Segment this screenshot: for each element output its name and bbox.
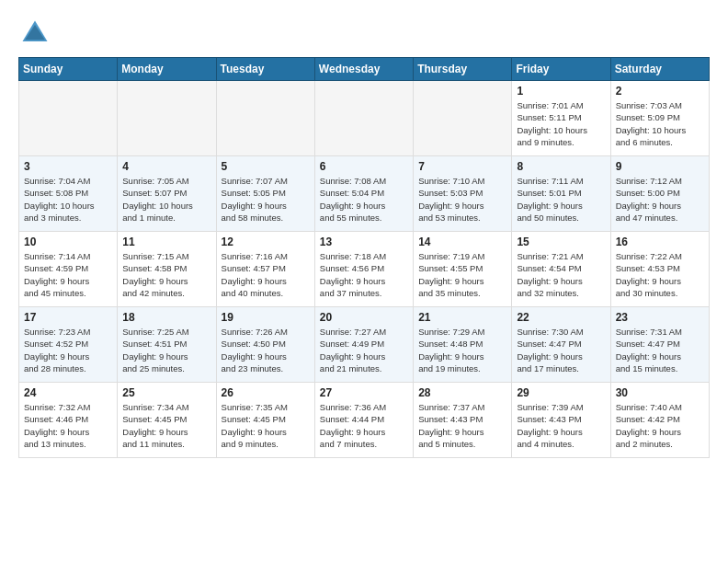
day-number: 12 — [222, 236, 310, 248]
logo-icon — [18, 17, 51, 50]
day-info: Sunrise: 7:25 AM Sunset: 4:51 PM Dayligh… — [122, 326, 210, 374]
calendar: SundayMondayTuesdayWednesdayThursdayFrid… — [18, 57, 710, 458]
day-info: Sunrise: 7:23 AM Sunset: 4:52 PM Dayligh… — [24, 326, 112, 374]
day-info: Sunrise: 7:14 AM Sunset: 4:59 PM Dayligh… — [24, 250, 112, 299]
calendar-cell: 1Sunrise: 7:01 AM Sunset: 5:11 PM Daylig… — [512, 81, 610, 156]
day-number: 23 — [616, 311, 704, 324]
calendar-cell: 26Sunrise: 7:35 AM Sunset: 4:45 PM Dayli… — [216, 383, 314, 458]
day-info: Sunrise: 7:37 AM Sunset: 4:43 PM Dayligh… — [418, 401, 506, 450]
page: SundayMondayTuesdayWednesdayThursdayFrid… — [0, 0, 728, 563]
day-info: Sunrise: 7:36 AM Sunset: 4:44 PM Dayligh… — [320, 401, 408, 450]
day-info: Sunrise: 7:39 AM Sunset: 4:43 PM Dayligh… — [517, 401, 605, 450]
day-number: 5 — [222, 160, 310, 173]
day-info: Sunrise: 7:03 AM Sunset: 5:09 PM Dayligh… — [616, 99, 704, 148]
calendar-cell: 30Sunrise: 7:40 AM Sunset: 4:42 PM Dayli… — [610, 383, 709, 458]
calendar-day-header: Wednesday — [314, 58, 413, 81]
calendar-day-header: Friday — [512, 58, 610, 81]
calendar-cell: 13Sunrise: 7:18 AM Sunset: 4:56 PM Dayli… — [314, 232, 413, 307]
calendar-cell: 22Sunrise: 7:30 AM Sunset: 4:47 PM Dayli… — [512, 307, 610, 383]
calendar-cell: 2Sunrise: 7:03 AM Sunset: 5:09 PM Daylig… — [610, 81, 709, 156]
day-info: Sunrise: 7:40 AM Sunset: 4:42 PM Dayligh… — [616, 401, 704, 450]
calendar-week-row: 17Sunrise: 7:23 AM Sunset: 4:52 PM Dayli… — [19, 307, 710, 383]
calendar-cell: 15Sunrise: 7:21 AM Sunset: 4:54 PM Dayli… — [512, 232, 610, 307]
calendar-cell: 21Sunrise: 7:29 AM Sunset: 4:48 PM Dayli… — [414, 307, 512, 383]
day-info: Sunrise: 7:35 AM Sunset: 4:45 PM Dayligh… — [222, 401, 310, 450]
calendar-day-header: Monday — [118, 58, 216, 81]
day-number: 14 — [418, 236, 506, 248]
day-info: Sunrise: 7:15 AM Sunset: 4:58 PM Dayligh… — [122, 250, 210, 299]
calendar-cell: 20Sunrise: 7:27 AM Sunset: 4:49 PM Dayli… — [314, 307, 413, 383]
day-info: Sunrise: 7:32 AM Sunset: 4:46 PM Dayligh… — [24, 401, 112, 450]
day-info: Sunrise: 7:30 AM Sunset: 4:47 PM Dayligh… — [517, 326, 605, 374]
calendar-week-row: 3Sunrise: 7:04 AM Sunset: 5:08 PM Daylig… — [19, 156, 710, 232]
day-info: Sunrise: 7:22 AM Sunset: 4:53 PM Dayligh… — [616, 250, 704, 299]
calendar-week-row: 10Sunrise: 7:14 AM Sunset: 4:59 PM Dayli… — [19, 232, 710, 307]
logo — [18, 17, 57, 50]
calendar-week-row: 24Sunrise: 7:32 AM Sunset: 4:46 PM Dayli… — [19, 383, 710, 458]
calendar-cell: 19Sunrise: 7:26 AM Sunset: 4:50 PM Dayli… — [216, 307, 314, 383]
day-info: Sunrise: 7:07 AM Sunset: 5:05 PM Dayligh… — [222, 175, 310, 224]
calendar-cell: 25Sunrise: 7:34 AM Sunset: 4:45 PM Dayli… — [118, 383, 216, 458]
day-number: 26 — [222, 386, 310, 399]
calendar-cell — [216, 81, 314, 156]
calendar-day-header: Sunday — [19, 58, 118, 81]
day-number: 20 — [320, 311, 408, 324]
calendar-cell: 11Sunrise: 7:15 AM Sunset: 4:58 PM Dayli… — [118, 232, 216, 307]
calendar-cell: 7Sunrise: 7:10 AM Sunset: 5:03 PM Daylig… — [414, 156, 512, 232]
day-number: 18 — [122, 311, 210, 324]
calendar-cell: 4Sunrise: 7:05 AM Sunset: 5:07 PM Daylig… — [118, 156, 216, 232]
day-number: 16 — [616, 236, 704, 248]
day-number: 15 — [517, 236, 605, 248]
calendar-cell: 8Sunrise: 7:11 AM Sunset: 5:01 PM Daylig… — [512, 156, 610, 232]
calendar-cell: 14Sunrise: 7:19 AM Sunset: 4:55 PM Dayli… — [414, 232, 512, 307]
day-info: Sunrise: 7:29 AM Sunset: 4:48 PM Dayligh… — [418, 326, 506, 374]
day-info: Sunrise: 7:21 AM Sunset: 4:54 PM Dayligh… — [517, 250, 605, 299]
day-number: 2 — [616, 85, 704, 98]
day-info: Sunrise: 7:16 AM Sunset: 4:57 PM Dayligh… — [222, 250, 310, 299]
calendar-cell: 17Sunrise: 7:23 AM Sunset: 4:52 PM Dayli… — [19, 307, 118, 383]
day-info: Sunrise: 7:31 AM Sunset: 4:47 PM Dayligh… — [616, 326, 704, 374]
day-info: Sunrise: 7:10 AM Sunset: 5:03 PM Dayligh… — [418, 175, 506, 224]
day-number: 8 — [517, 160, 605, 173]
day-info: Sunrise: 7:12 AM Sunset: 5:00 PM Dayligh… — [616, 175, 704, 224]
calendar-cell: 16Sunrise: 7:22 AM Sunset: 4:53 PM Dayli… — [610, 232, 709, 307]
calendar-cell: 24Sunrise: 7:32 AM Sunset: 4:46 PM Dayli… — [19, 383, 118, 458]
day-info: Sunrise: 7:05 AM Sunset: 5:07 PM Dayligh… — [122, 175, 210, 224]
day-info: Sunrise: 7:18 AM Sunset: 4:56 PM Dayligh… — [320, 250, 408, 299]
calendar-cell: 18Sunrise: 7:25 AM Sunset: 4:51 PM Dayli… — [118, 307, 216, 383]
day-info: Sunrise: 7:19 AM Sunset: 4:55 PM Dayligh… — [418, 250, 506, 299]
calendar-day-header: Saturday — [610, 58, 709, 81]
calendar-cell: 28Sunrise: 7:37 AM Sunset: 4:43 PM Dayli… — [414, 383, 512, 458]
calendar-cell: 23Sunrise: 7:31 AM Sunset: 4:47 PM Dayli… — [610, 307, 709, 383]
day-number: 29 — [517, 386, 605, 399]
day-info: Sunrise: 7:01 AM Sunset: 5:11 PM Dayligh… — [517, 99, 605, 148]
calendar-cell — [414, 81, 512, 156]
calendar-cell: 29Sunrise: 7:39 AM Sunset: 4:43 PM Dayli… — [512, 383, 610, 458]
day-info: Sunrise: 7:34 AM Sunset: 4:45 PM Dayligh… — [122, 401, 210, 450]
day-number: 22 — [517, 311, 605, 324]
calendar-cell — [118, 81, 216, 156]
day-number: 21 — [418, 311, 506, 324]
day-info: Sunrise: 7:26 AM Sunset: 4:50 PM Dayligh… — [222, 326, 310, 374]
day-info: Sunrise: 7:27 AM Sunset: 4:49 PM Dayligh… — [320, 326, 408, 374]
header — [18, 17, 710, 50]
day-number: 27 — [320, 386, 408, 399]
day-number: 25 — [122, 386, 210, 399]
day-number: 30 — [616, 386, 704, 399]
calendar-cell: 9Sunrise: 7:12 AM Sunset: 5:00 PM Daylig… — [610, 156, 709, 232]
calendar-cell: 12Sunrise: 7:16 AM Sunset: 4:57 PM Dayli… — [216, 232, 314, 307]
day-number: 6 — [320, 160, 408, 173]
calendar-cell: 27Sunrise: 7:36 AM Sunset: 4:44 PM Dayli… — [314, 383, 413, 458]
day-info: Sunrise: 7:11 AM Sunset: 5:01 PM Dayligh… — [517, 175, 605, 224]
day-number: 28 — [418, 386, 506, 399]
calendar-cell: 10Sunrise: 7:14 AM Sunset: 4:59 PM Dayli… — [19, 232, 118, 307]
day-number: 13 — [320, 236, 408, 248]
calendar-day-header: Thursday — [414, 58, 512, 81]
day-number: 24 — [24, 386, 112, 399]
day-number: 3 — [24, 160, 112, 173]
calendar-cell — [314, 81, 413, 156]
day-number: 1 — [517, 85, 605, 98]
calendar-week-row: 1Sunrise: 7:01 AM Sunset: 5:11 PM Daylig… — [19, 81, 710, 156]
calendar-cell: 3Sunrise: 7:04 AM Sunset: 5:08 PM Daylig… — [19, 156, 118, 232]
day-number: 11 — [122, 236, 210, 248]
